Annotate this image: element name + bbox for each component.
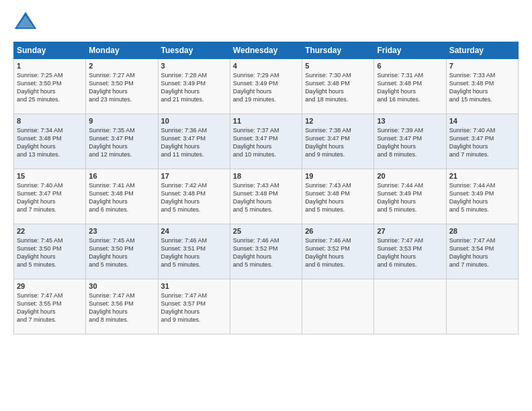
cell-info: Sunrise: 7:47 AMSunset: 3:55 PMDaylight … [17,292,63,323]
cell-info: Sunrise: 7:44 AMSunset: 3:49 PMDaylight … [449,182,496,213]
calendar-week-row: 29Sunrise: 7:47 AMSunset: 3:55 PMDayligh… [14,279,519,334]
cell-info: Sunrise: 7:30 AMSunset: 3:48 PMDaylight … [305,72,351,103]
calendar-cell: 14Sunrise: 7:40 AMSunset: 3:47 PMDayligh… [446,114,518,169]
day-number: 29 [17,282,83,290]
cell-info: Sunrise: 7:40 AMSunset: 3:47 PMDaylight … [17,182,63,213]
calendar-cell: 1Sunrise: 7:25 AMSunset: 3:50 PMDaylight… [14,59,86,114]
cell-info: Sunrise: 7:45 AMSunset: 3:50 PMDaylight … [17,237,63,268]
calendar-cell [230,279,302,334]
day-number: 12 [305,117,371,125]
calendar-cell: 7Sunrise: 7:33 AMSunset: 3:48 PMDaylight… [446,59,518,114]
day-number: 16 [89,172,154,180]
day-number: 28 [449,227,515,235]
cell-info: Sunrise: 7:28 AMSunset: 3:49 PMDaylight … [161,72,208,103]
calendar-body: 1Sunrise: 7:25 AMSunset: 3:50 PMDaylight… [14,59,519,334]
day-number: 25 [233,227,299,235]
calendar-cell: 9Sunrise: 7:35 AMSunset: 3:47 PMDaylight… [86,114,158,169]
day-number: 27 [377,227,443,235]
cell-info: Sunrise: 7:38 AMSunset: 3:47 PMDaylight … [305,127,351,158]
weekday-header-wednesday: Wednesday [230,42,302,59]
cell-info: Sunrise: 7:46 AMSunset: 3:52 PMDaylight … [305,237,351,268]
calendar-cell: 21Sunrise: 7:44 AMSunset: 3:49 PMDayligh… [446,169,518,224]
day-number: 9 [89,117,154,125]
calendar-cell: 23Sunrise: 7:45 AMSunset: 3:50 PMDayligh… [86,224,158,279]
cell-info: Sunrise: 7:25 AMSunset: 3:50 PMDaylight … [17,72,63,103]
calendar-cell: 25Sunrise: 7:46 AMSunset: 3:52 PMDayligh… [230,224,302,279]
calendar-cell: 19Sunrise: 7:43 AMSunset: 3:48 PMDayligh… [302,169,374,224]
weekday-header-thursday: Thursday [302,42,374,59]
cell-info: Sunrise: 7:47 AMSunset: 3:56 PMDaylight … [89,292,135,323]
calendar-cell: 18Sunrise: 7:43 AMSunset: 3:48 PMDayligh… [230,169,302,224]
calendar-cell: 11Sunrise: 7:37 AMSunset: 3:47 PMDayligh… [230,114,302,169]
calendar-cell: 4Sunrise: 7:29 AMSunset: 3:49 PMDaylight… [230,59,302,114]
calendar-cell [446,279,518,334]
cell-info: Sunrise: 7:40 AMSunset: 3:47 PMDaylight … [449,127,496,158]
day-number: 21 [449,172,515,180]
cell-info: Sunrise: 7:47 AMSunset: 3:53 PMDaylight … [377,237,423,268]
calendar-cell: 3Sunrise: 7:28 AMSunset: 3:49 PMDaylight… [158,59,230,114]
calendar-cell: 6Sunrise: 7:31 AMSunset: 3:48 PMDaylight… [374,59,446,114]
page: SundayMondayTuesdayWednesdayThursdayFrid… [0,0,532,411]
calendar-cell: 12Sunrise: 7:38 AMSunset: 3:47 PMDayligh… [302,114,374,169]
day-number: 8 [17,117,83,125]
day-number: 5 [305,62,371,70]
day-number: 3 [161,62,227,70]
weekday-header-saturday: Saturday [446,42,518,59]
calendar-cell: 8Sunrise: 7:34 AMSunset: 3:48 PMDaylight… [14,114,86,169]
calendar-cell: 22Sunrise: 7:45 AMSunset: 3:50 PMDayligh… [14,224,86,279]
day-number: 22 [17,227,83,235]
cell-info: Sunrise: 7:41 AMSunset: 3:48 PMDaylight … [89,182,135,213]
weekday-header-tuesday: Tuesday [158,42,230,59]
day-number: 30 [89,282,154,290]
calendar-cell: 5Sunrise: 7:30 AMSunset: 3:48 PMDaylight… [302,59,374,114]
calendar-cell [302,279,374,334]
day-number: 10 [161,117,227,125]
day-number: 14 [449,117,515,125]
calendar-cell [374,279,446,334]
cell-info: Sunrise: 7:34 AMSunset: 3:48 PMDaylight … [17,127,63,158]
day-number: 31 [161,282,227,290]
cell-info: Sunrise: 7:46 AMSunset: 3:51 PMDaylight … [161,237,208,268]
calendar-table: SundayMondayTuesdayWednesdayThursdayFrid… [13,42,519,334]
day-number: 17 [161,172,227,180]
calendar-cell: 15Sunrise: 7:40 AMSunset: 3:47 PMDayligh… [14,169,86,224]
weekday-header-monday: Monday [86,42,158,59]
calendar-week-row: 8Sunrise: 7:34 AMSunset: 3:48 PMDaylight… [14,114,519,169]
day-number: 2 [89,62,154,70]
calendar-cell: 27Sunrise: 7:47 AMSunset: 3:53 PMDayligh… [374,224,446,279]
day-number: 20 [377,172,443,180]
cell-info: Sunrise: 7:35 AMSunset: 3:47 PMDaylight … [89,127,135,158]
cell-info: Sunrise: 7:44 AMSunset: 3:49 PMDaylight … [377,182,423,213]
calendar-cell: 10Sunrise: 7:36 AMSunset: 3:47 PMDayligh… [158,114,230,169]
calendar-cell: 16Sunrise: 7:41 AMSunset: 3:48 PMDayligh… [86,169,158,224]
calendar-cell: 17Sunrise: 7:42 AMSunset: 3:48 PMDayligh… [158,169,230,224]
calendar-cell: 26Sunrise: 7:46 AMSunset: 3:52 PMDayligh… [302,224,374,279]
cell-info: Sunrise: 7:29 AMSunset: 3:49 PMDaylight … [233,72,279,103]
day-number: 1 [17,62,83,70]
cell-info: Sunrise: 7:46 AMSunset: 3:52 PMDaylight … [233,237,279,268]
calendar-week-row: 15Sunrise: 7:40 AMSunset: 3:47 PMDayligh… [14,169,519,224]
day-number: 19 [305,172,371,180]
day-number: 24 [161,227,227,235]
day-number: 7 [449,62,515,70]
calendar-cell: 24Sunrise: 7:46 AMSunset: 3:51 PMDayligh… [158,224,230,279]
cell-info: Sunrise: 7:36 AMSunset: 3:47 PMDaylight … [161,127,208,158]
cell-info: Sunrise: 7:31 AMSunset: 3:48 PMDaylight … [377,72,423,103]
weekday-header-sunday: Sunday [14,42,86,59]
cell-info: Sunrise: 7:47 AMSunset: 3:54 PMDaylight … [449,237,496,268]
calendar-week-row: 22Sunrise: 7:45 AMSunset: 3:50 PMDayligh… [14,224,519,279]
cell-info: Sunrise: 7:39 AMSunset: 3:47 PMDaylight … [377,127,423,158]
day-number: 15 [17,172,83,180]
calendar-cell: 28Sunrise: 7:47 AMSunset: 3:54 PMDayligh… [446,224,518,279]
calendar-week-row: 1Sunrise: 7:25 AMSunset: 3:50 PMDaylight… [14,59,519,114]
cell-info: Sunrise: 7:43 AMSunset: 3:48 PMDaylight … [233,182,279,213]
cell-info: Sunrise: 7:27 AMSunset: 3:50 PMDaylight … [89,72,135,103]
day-number: 18 [233,172,299,180]
calendar-header-row: SundayMondayTuesdayWednesdayThursdayFrid… [14,42,519,59]
logo-icon [13,11,38,35]
cell-info: Sunrise: 7:33 AMSunset: 3:48 PMDaylight … [449,72,496,103]
calendar-cell: 13Sunrise: 7:39 AMSunset: 3:47 PMDayligh… [374,114,446,169]
calendar-cell: 2Sunrise: 7:27 AMSunset: 3:50 PMDaylight… [86,59,158,114]
header [13,11,519,35]
cell-info: Sunrise: 7:42 AMSunset: 3:48 PMDaylight … [161,182,208,213]
